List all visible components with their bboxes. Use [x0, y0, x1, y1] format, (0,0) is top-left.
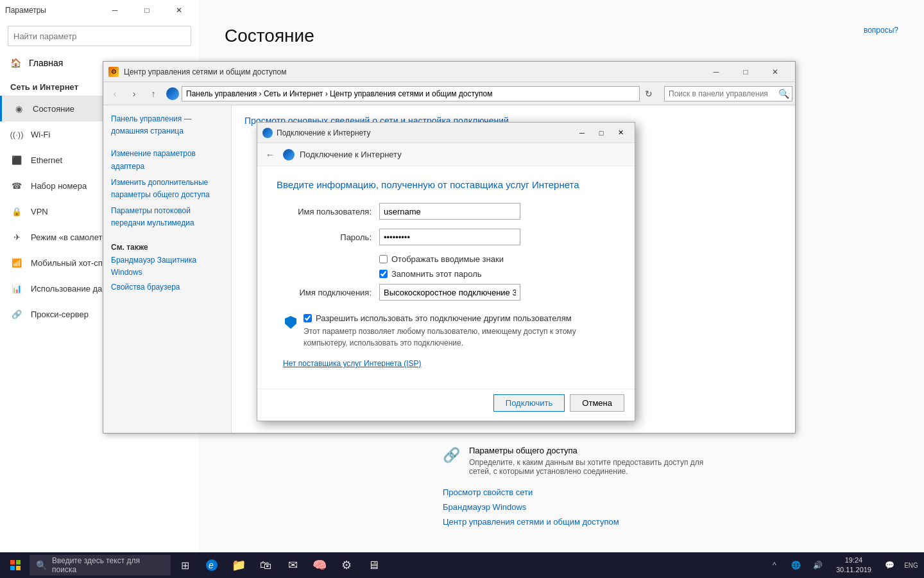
remember-password-checkbox[interactable]	[379, 270, 388, 278]
allow-sharing-label: Разрешить использовать это подключение д…	[316, 313, 572, 323]
home-icon: 🏠	[10, 58, 21, 68]
show-password-label: Отображать вводимые знаки	[391, 254, 504, 264]
sidebar-link-home[interactable]: Панель управления —домашняя страница	[111, 113, 223, 137]
taskbar-system: ^ 🌐 🔊 19:24 30.11.2019 💬 ENG	[764, 552, 921, 578]
sidebar-item-label: VPN	[31, 207, 48, 216]
cmd-app[interactable]: 🖥	[361, 552, 386, 578]
show-password-checkbox[interactable]	[379, 255, 388, 263]
cp-sidebar-nav: Панель управления —домашняя страница	[103, 113, 231, 137]
allow-sharing-checkbox[interactable]	[304, 314, 312, 322]
sidebar-item-label: Режим «в самолете»	[31, 232, 112, 242]
dialog-footer: Подключить Отмена	[257, 389, 635, 421]
sidebar-link-adapter[interactable]: Изменение параметров адаптера	[111, 148, 223, 172]
start-button[interactable]	[3, 552, 28, 578]
cp-minimize-btn[interactable]: ─	[701, 62, 731, 82]
home-label: Главная	[29, 58, 63, 68]
clock-date: 30.11.2019	[836, 565, 871, 575]
questions-link[interactable]: вопросы?	[864, 26, 898, 35]
taskbar-search[interactable]: 🔍 Введите здесь текст для поиска	[30, 555, 171, 575]
sidebar-item-label: Wi-Fi	[31, 130, 50, 139]
svg-text:e: e	[209, 560, 214, 570]
globe-icon	[166, 87, 179, 100]
mail-app[interactable]: ✉	[280, 552, 305, 578]
sidebar-item-label: Состояние	[33, 104, 74, 114]
clock-time: 19:24	[845, 556, 863, 565]
svg-rect-3	[16, 566, 21, 570]
cp-up-btn[interactable]: ↑	[144, 85, 162, 103]
cp-titlebar: ⚙ Центр управления сетями и общим доступ…	[103, 62, 795, 82]
cp-address-icon	[166, 87, 179, 100]
page-title: Состояние	[225, 26, 898, 46]
sharing-section: Разрешить использовать это подключение д…	[277, 313, 615, 349]
link-firewall[interactable]: Брандмауэр Windows	[443, 502, 726, 512]
search-icon: 🔍	[36, 560, 47, 570]
shield-icon	[283, 315, 298, 330]
taskbar: 🔍 Введите здесь текст для поиска ⊞ e 📁 🛍…	[0, 552, 924, 578]
connection-name-row: Имя подключения:	[277, 284, 615, 301]
password-input[interactable]	[379, 229, 520, 245]
sidebar-item-label: Прокси-сервер	[31, 310, 89, 319]
volume-icon[interactable]: 🔊	[808, 552, 828, 578]
windows-logo-icon	[10, 560, 21, 570]
connection-name-input[interactable]	[379, 284, 520, 301]
cortana-app[interactable]: 🧠	[307, 552, 332, 578]
cp-titlebar-icon: ⚙	[108, 67, 119, 77]
titlebar-controls: ─ □ ✕	[100, 0, 194, 21]
minimize-button[interactable]: ─	[100, 0, 130, 21]
close-button[interactable]: ✕	[164, 0, 194, 21]
settings-app-title: Параметры	[5, 6, 46, 15]
sharing-section: 🔗 Параметры общего доступа Определите, к…	[443, 446, 726, 476]
taskview-app[interactable]: ⊞	[172, 552, 198, 578]
sidebar-item-label: Ethernet	[31, 155, 62, 165]
see-also-firewall[interactable]: Брандмауэр Защитника Windows	[111, 254, 223, 279]
connect-button[interactable]: Подключить	[493, 394, 565, 412]
notifications-icon[interactable]: 💬	[879, 552, 900, 578]
link-network-props[interactable]: Просмотр свойств сети	[443, 487, 726, 497]
cp-search-icon: 🔍	[778, 89, 789, 99]
cp-search-input[interactable]	[665, 87, 778, 101]
cp-close-btn[interactable]: ✕	[760, 62, 790, 82]
password-row: Пароль:	[277, 229, 615, 245]
dialog-nav-bar: ← Подключение к Интернету	[257, 143, 635, 166]
cp-refresh-btn[interactable]: ↻	[640, 85, 658, 103]
airplane-icon: ✈	[10, 231, 23, 243]
cp-titlebar-left: ⚙ Центр управления сетями и общим доступ…	[108, 67, 287, 77]
see-also-browser[interactable]: Свойства браузера	[111, 281, 223, 293]
password-label: Пароль:	[277, 232, 379, 242]
dialog-body: Введите информацию, полученную от постав…	[257, 166, 635, 389]
dialog-back-btn[interactable]: ←	[262, 147, 278, 162]
dialog-minimize-btn[interactable]: ─	[573, 126, 591, 140]
network-icon[interactable]: 🌐	[786, 552, 807, 578]
edge-app[interactable]: e	[199, 552, 225, 578]
sidebar-link-media[interactable]: Параметры потоковой передачи мультимедиа	[111, 205, 223, 229]
cp-titlebar-title: Центр управления сетями и общим доступом	[124, 67, 287, 76]
sidebar-link-sharing[interactable]: Изменить дополнительные параметры общего…	[111, 177, 223, 201]
see-also-section: См. также Брандмауэр Защитника Windows С…	[103, 243, 231, 294]
proxy-icon: 🔗	[10, 308, 23, 320]
mobile-icon: 📶	[10, 256, 23, 269]
cp-address-input[interactable]	[182, 86, 640, 101]
vpn-icon: 🔒	[10, 205, 23, 218]
cp-forward-btn[interactable]: ›	[125, 85, 143, 103]
isp-link[interactable]: Нет поставщика услуг Интернета (ISP)	[283, 359, 615, 368]
link-network-center[interactable]: Центр управления сетями и общим доступом	[443, 517, 726, 527]
cp-search-bar: 🔍	[664, 86, 792, 101]
username-input[interactable]	[379, 203, 520, 220]
store-app[interactable]: 🛍	[253, 552, 278, 578]
search-input[interactable]	[8, 26, 191, 46]
dialog-close-btn[interactable]: ✕	[612, 126, 629, 140]
cancel-button[interactable]: Отмена	[570, 394, 624, 412]
explorer-app[interactable]: 📁	[226, 552, 252, 578]
lang-icon[interactable]: ENG	[901, 552, 921, 578]
cp-maximize-btn[interactable]: □	[731, 62, 760, 82]
taskbar-clock[interactable]: 19:24 30.11.2019	[830, 556, 878, 575]
cp-sidebar-links: Изменение параметров адаптера Изменить д…	[103, 148, 231, 229]
cp-back-btn[interactable]: ‹	[106, 85, 124, 103]
maximize-button[interactable]: □	[132, 0, 162, 21]
taskbar-chevron-icon[interactable]: ^	[764, 552, 785, 578]
dialog-nav-title: Подключение к Интернету	[300, 150, 402, 159]
dialog-maximize-btn[interactable]: □	[592, 126, 610, 140]
settings-app-taskbar[interactable]: ⚙	[334, 552, 359, 578]
search-area	[0, 21, 199, 51]
data-icon: 📊	[10, 282, 23, 295]
